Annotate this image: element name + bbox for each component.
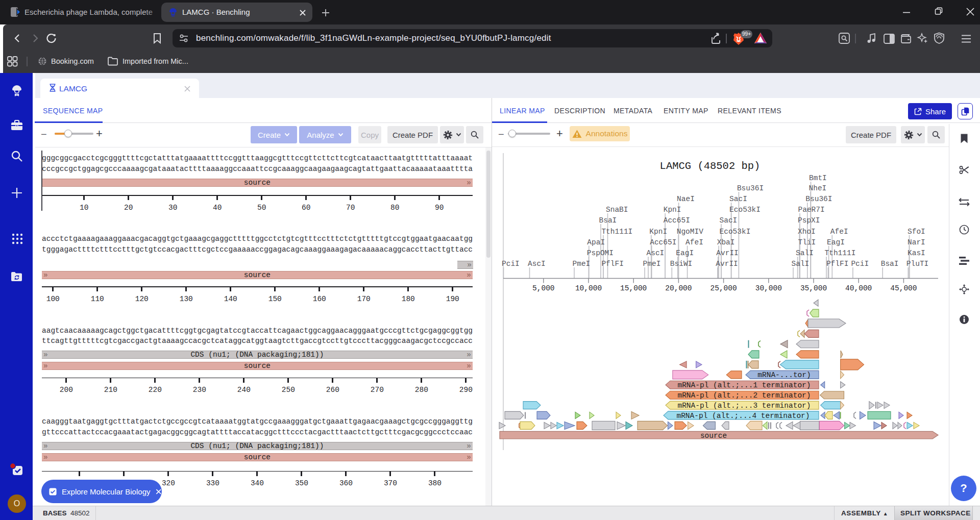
svg-text:BsiWI: BsiWI <box>670 260 693 268</box>
svg-text:30,000: 30,000 <box>755 284 782 292</box>
svg-text:5,000: 5,000 <box>532 284 555 292</box>
svg-text:SacI: SacI <box>720 216 738 225</box>
svg-text:AscI: AscI <box>528 260 546 268</box>
svg-text:mRNA-pl (alt.;...4 terminator): mRNA-pl (alt.;...4 terminator) <box>676 412 810 420</box>
svg-text:Eco53kI: Eco53kI <box>720 228 751 236</box>
svg-text:Bsu36I: Bsu36I <box>737 184 764 192</box>
svg-text:TliI: TliI <box>798 238 816 246</box>
svg-text:Acc65I: Acc65I <box>664 216 690 225</box>
svg-text:Bsu36I: Bsu36I <box>805 195 832 203</box>
svg-text:source: source <box>700 432 727 440</box>
svg-text:35,000: 35,000 <box>800 284 827 292</box>
svg-text:SalI: SalI <box>792 260 810 268</box>
svg-text:PflFI: PflFI <box>601 260 624 268</box>
svg-text:40,000: 40,000 <box>845 284 872 292</box>
svg-text:10,000: 10,000 <box>575 284 602 292</box>
svg-text:PmeI: PmeI <box>643 260 661 268</box>
svg-text:NaeI: NaeI <box>677 195 695 203</box>
svg-text:15,000: 15,000 <box>620 284 647 292</box>
svg-text:Acc65I: Acc65I <box>650 238 676 246</box>
svg-text:BsaI: BsaI <box>599 216 617 225</box>
svg-text:XhoI: XhoI <box>798 228 816 236</box>
svg-text:20,000: 20,000 <box>665 284 692 292</box>
svg-text:AvrII: AvrII <box>716 249 739 257</box>
svg-text:ApaI: ApaI <box>587 238 605 246</box>
svg-text:mRNA-...tor): mRNA-...tor) <box>757 371 811 379</box>
svg-text:BmtI: BmtI <box>809 174 827 182</box>
svg-text:mRNA-pl (alt.;...3 terminator): mRNA-pl (alt.;...3 terminator) <box>677 402 811 410</box>
svg-text:SacI: SacI <box>729 195 747 203</box>
svg-text:PflFI: PflFI <box>826 260 849 268</box>
svg-text:PmeI: PmeI <box>573 260 591 268</box>
svg-text:45,000: 45,000 <box>890 284 917 292</box>
svg-text:SfoI: SfoI <box>908 228 925 236</box>
svg-text:PluTI: PluTI <box>906 260 929 268</box>
svg-text:BsaI: BsaI <box>881 260 899 268</box>
svg-text:PciI: PciI <box>502 260 520 268</box>
svg-text:KpnI: KpnI <box>649 228 667 236</box>
svg-text:mRNA-pl (alt.;...2 terminator): mRNA-pl (alt.;...2 terminator) <box>677 391 811 400</box>
svg-text:KpnI: KpnI <box>664 206 681 214</box>
svg-text:NheI: NheI <box>809 184 827 192</box>
svg-text:Eco53kI: Eco53kI <box>729 206 761 214</box>
svg-text:AscI: AscI <box>647 249 665 257</box>
svg-text:PciI: PciI <box>851 260 869 268</box>
svg-text:LAMCG (48502 bp): LAMCG (48502 bp) <box>660 160 761 172</box>
svg-text:AfeI: AfeI <box>685 238 703 246</box>
svg-text:XbaI: XbaI <box>717 238 735 246</box>
svg-text:Tth111I: Tth111I <box>601 228 632 236</box>
svg-text:mRNA-pl (alt.;...1 terminator): mRNA-pl (alt.;...1 terminator) <box>677 381 811 389</box>
svg-text:NgoMIV: NgoMIV <box>677 228 704 236</box>
svg-text:AfeI: AfeI <box>830 228 848 236</box>
svg-text:SalI: SalI <box>796 249 814 257</box>
svg-text:NarI: NarI <box>908 238 925 246</box>
svg-text:25,000: 25,000 <box>710 284 737 292</box>
svg-text:KasI: KasI <box>908 249 925 257</box>
svg-text:SnaBI: SnaBI <box>606 206 628 214</box>
svg-text:PaeR7I: PaeR7I <box>798 206 825 214</box>
svg-text:AvrII: AvrII <box>716 260 738 268</box>
svg-text:EagI: EagI <box>827 238 845 246</box>
svg-text:EagI: EagI <box>676 249 694 257</box>
svg-text:Tth111I: Tth111I <box>825 249 856 257</box>
svg-text:PspXI: PspXI <box>798 216 820 225</box>
svg-text:PspOMI: PspOMI <box>587 249 614 257</box>
